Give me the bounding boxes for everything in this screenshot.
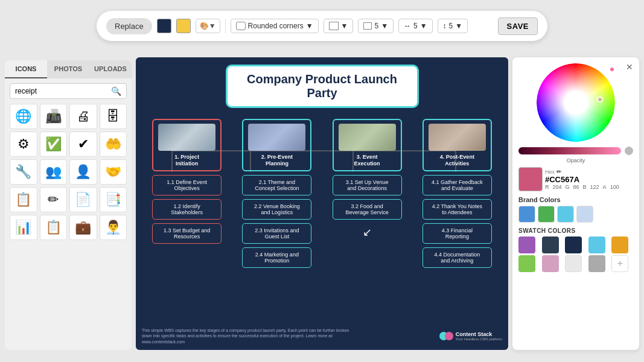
sub-card-4-4[interactable]: 4.4 Documentationand Archiving	[422, 247, 492, 268]
tab-photos[interactable]: PHOTOS	[47, 60, 89, 78]
swatch-navy[interactable]	[565, 237, 582, 253]
main-card-3[interactable]: 3. EventExecution	[333, 119, 402, 171]
card-image-3	[339, 124, 396, 151]
color-wheel-container	[537, 63, 615, 142]
g-label: G	[566, 184, 570, 190]
sub-card-1-3[interactable]: 1.3 Set Budget andResources	[152, 223, 222, 244]
sub-card-4-2[interactable]: 4.2 Thank You Notesto Attendees	[422, 199, 492, 220]
brand-swatch-1[interactable]	[518, 206, 535, 223]
opacity-label: Opacity	[518, 157, 633, 164]
color-swatch-dark[interactable]	[157, 19, 171, 33]
sub-card-2-1[interactable]: 2.1 Theme andConcept Selection	[242, 175, 311, 195]
color-swatch-preview[interactable]	[518, 167, 543, 191]
brand-swatch-4[interactable]	[576, 206, 593, 223]
tab-icons[interactable]: ICONS	[5, 60, 47, 78]
column-3: 3. EventExecution 3.1 Set Up Venueand De…	[328, 119, 406, 268]
paint-format-button[interactable]: 🎨▼	[196, 19, 220, 33]
swatch-pink[interactable]	[542, 255, 559, 272]
g-value: 86	[573, 184, 579, 190]
hex-edit-icon[interactable]: ✏	[556, 168, 561, 175]
icon-check-circle[interactable]: ✅	[40, 132, 68, 157]
card-image-2	[248, 124, 305, 151]
sub-card-1-1[interactable]: 1.1 Define EventObjectives	[152, 175, 222, 195]
icon-handshake[interactable]: 🤲	[100, 132, 127, 157]
color-wheel-cursor	[597, 97, 603, 103]
card-image-1	[158, 124, 215, 151]
chevron-down-icon: ▼	[306, 22, 313, 30]
close-button[interactable]: ✕	[626, 62, 633, 72]
icon-globe[interactable]: 🌐	[10, 104, 37, 129]
swatch-dark[interactable]	[542, 237, 559, 253]
column-4: 4. Post-EventActivities 4.1 Gather Feedb…	[418, 119, 496, 268]
size1-control[interactable]: 5 ▼	[358, 19, 394, 33]
swatch-grid: +	[518, 237, 633, 272]
sub-card-2-3[interactable]: 2.3 Invitations andGuest List	[242, 223, 311, 244]
icon-list[interactable]: 📋	[40, 215, 68, 240]
main-card-4[interactable]: 4. Post-EventActivities	[422, 119, 492, 171]
color-bar-wrap	[518, 147, 633, 155]
border-style-dropdown[interactable]: ▼	[324, 19, 354, 33]
main-card-2[interactable]: 2. Pre-EventPlanning	[242, 119, 311, 171]
r-label: R	[545, 184, 549, 190]
b-label: B	[583, 184, 587, 190]
save-button[interactable]: SAVE	[498, 17, 538, 35]
swatch-green[interactable]	[518, 255, 535, 272]
icon-briefcase[interactable]: 💼	[69, 215, 97, 240]
size1-value: 5	[374, 22, 378, 30]
column-1: 1. ProjectInitiation 1.1 Define EventObj…	[148, 119, 226, 268]
sub-card-4-3[interactable]: 4.3 FinancialReporting	[422, 223, 492, 244]
icon-gear[interactable]: ⚙	[10, 132, 37, 157]
icon-pencil[interactable]: ✏	[40, 187, 68, 212]
sub-card-1-2[interactable]: 1.2 IdentifyStakeholders	[152, 199, 222, 220]
icon-check-circle-2[interactable]: ✔	[69, 132, 97, 157]
main-card-1[interactable]: 1. ProjectInitiation	[152, 119, 222, 171]
icon-handshake-2[interactable]: 🤝	[100, 159, 127, 185]
swatch-light[interactable]	[565, 255, 582, 272]
search-input[interactable]	[15, 87, 111, 95]
icon-person[interactable]: 👤	[69, 159, 97, 185]
sub-card-3-1[interactable]: 3.1 Set Up Venueand Decorations	[333, 175, 402, 195]
color-bar[interactable]	[518, 147, 621, 154]
size3-control[interactable]: ↕ 5 ▼	[438, 19, 468, 33]
icon-manager[interactable]: 👨‍💼	[100, 215, 127, 240]
sub-card-4-1[interactable]: 4.1 Gather Feedbackand Evaluate	[422, 175, 492, 195]
panel-tabs: ICONS PHOTOS UPLOADS	[5, 60, 132, 78]
icon-group[interactable]: 👥	[40, 159, 68, 185]
swatch-teal[interactable]	[588, 237, 605, 253]
color-swatch-yellow[interactable]	[176, 19, 191, 33]
icon-chart[interactable]: 📊	[10, 215, 37, 240]
icon-printer[interactable]: 🖨	[69, 104, 97, 129]
chevron-down-icon-3: ▼	[381, 22, 388, 30]
logo-bubbles	[439, 332, 453, 340]
swatch-gray[interactable]	[588, 255, 605, 272]
swatch-add[interactable]: +	[611, 255, 628, 272]
sub-card-2-4[interactable]: 2.4 Marketing andPromotion	[242, 247, 311, 268]
canvas-bottom: This simple WBS captures the key stages …	[142, 328, 502, 345]
brand-swatch-2[interactable]	[538, 206, 555, 223]
main-card-1-label: 1. ProjectInitiation	[174, 154, 199, 167]
tab-uploads[interactable]: UPLOADS	[89, 60, 132, 78]
canvas-bottom-text: This simple WBS captures the key stages …	[142, 328, 358, 345]
swatch-orange[interactable]	[611, 237, 628, 253]
shape-dropdown[interactable]: Rounded corners ▼	[231, 19, 319, 33]
icon-fax[interactable]: 📠	[40, 104, 68, 129]
size2-control[interactable]: ↔ 5 ▼	[398, 19, 433, 33]
icon-server[interactable]: 🗄	[100, 104, 127, 129]
replace-button[interactable]: Replace	[106, 18, 152, 34]
icon-wrench[interactable]: 🔧	[10, 159, 37, 185]
cursor-indicator: ↙	[363, 226, 372, 239]
chevron-down-icon-5: ▼	[455, 22, 462, 30]
search-bar: 🔍	[10, 83, 127, 99]
hex-value[interactable]: #CC567A	[545, 175, 619, 184]
sub-card-3-2[interactable]: 3.2 Food andBeverage Service	[333, 199, 402, 220]
icon-clipboard[interactable]: 📋	[10, 187, 37, 212]
card-image-4	[429, 124, 486, 151]
swatch-purple[interactable]	[518, 237, 535, 253]
logo-text: Content Stack Your Headless CMS platform	[456, 331, 502, 341]
a-label: A	[603, 184, 607, 190]
brand-swatches	[518, 206, 633, 223]
icon-document[interactable]: 📄	[69, 187, 97, 212]
brand-swatch-3[interactable]	[557, 206, 574, 223]
sub-card-2-2[interactable]: 2.2 Venue Bookingand Logistics	[242, 199, 311, 220]
icon-document-2[interactable]: 📑	[100, 187, 127, 212]
